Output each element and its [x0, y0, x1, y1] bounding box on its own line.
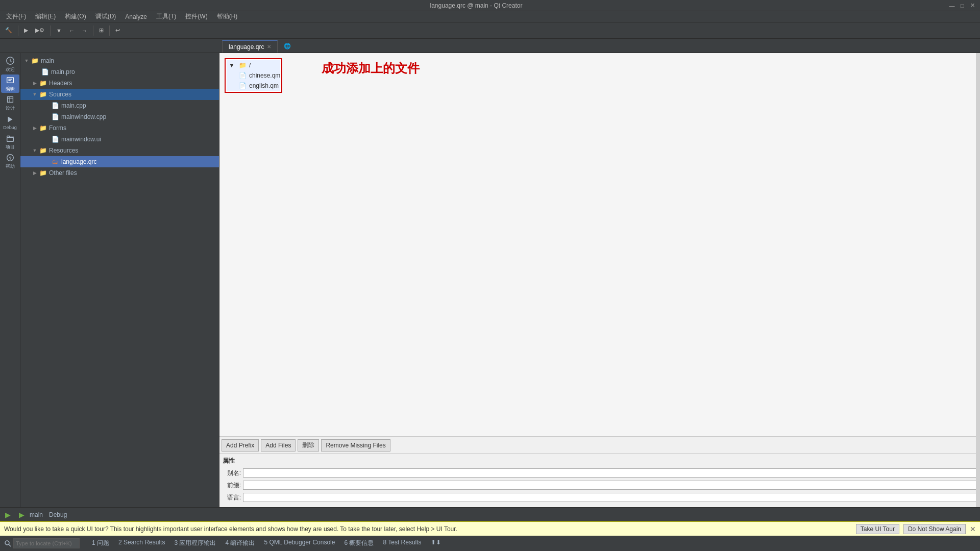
- tree-label-headers: Headers: [49, 80, 72, 87]
- debug-label: Debug: [3, 125, 17, 130]
- menu-analyze[interactable]: Analyze: [121, 12, 151, 21]
- status-tab-qml[interactable]: 5 QML Debugger Console: [260, 538, 339, 548]
- folder-forms-icon: 📁: [39, 124, 47, 132]
- locate-input[interactable]: [13, 538, 80, 548]
- tree-label-main: main: [41, 57, 54, 64]
- res-tree-chinese-qm[interactable]: 📄 chinese.qm: [227, 70, 280, 81]
- status-arrows[interactable]: ⬆⬇: [427, 538, 445, 548]
- menu-controls[interactable]: 控件(W): [181, 11, 211, 22]
- status-tab-compile[interactable]: 4 编译输出: [221, 538, 259, 548]
- welcome-label: 欢迎: [6, 66, 15, 73]
- arrow-main: ▼: [22, 58, 31, 63]
- take-tour-button[interactable]: Take UI Tour: [856, 524, 899, 534]
- toolbar-sep-4: [109, 26, 110, 36]
- do-not-show-button[interactable]: Do Not Show Again: [903, 524, 966, 534]
- build-target-label: main: [30, 511, 43, 518]
- toolbar-sep-1: [18, 26, 18, 36]
- debug-run-btn[interactable]: ▶⚙: [32, 24, 47, 37]
- file-mainwindow-cpp-icon: 📄: [51, 113, 59, 120]
- res-tree-english-qm[interactable]: 📄 english.qm: [227, 81, 280, 91]
- alias-row: 别名:: [223, 467, 977, 479]
- run-btn[interactable]: ▶: [21, 24, 31, 37]
- annotation-text-content: 成功添加上的文件: [322, 61, 420, 75]
- debug-bottom-btn[interactable]: ▶: [16, 508, 28, 521]
- sidebar-item-help[interactable]: ? 帮助: [1, 152, 19, 170]
- tree-item-language-qrc[interactable]: 🗂 language.qrc: [20, 156, 219, 167]
- maximize-button[interactable]: □: [959, 2, 966, 9]
- tour-bar: Would you like to take a quick UI tour? …: [0, 521, 980, 536]
- add-files-button[interactable]: Add Files: [261, 439, 296, 452]
- status-tab-app-output[interactable]: 3 应用程序输出: [170, 538, 220, 548]
- back-btn[interactable]: ←: [66, 24, 78, 37]
- tree-item-sources[interactable]: ▼ 📁 Sources: [20, 89, 219, 100]
- menu-edit[interactable]: 编辑(E): [31, 11, 60, 22]
- tree-item-main-cpp[interactable]: 📄 main.cpp: [20, 100, 219, 111]
- menu-debug[interactable]: 调试(D): [91, 11, 120, 22]
- status-tab-test[interactable]: 8 Test Results: [379, 538, 425, 548]
- tab-close-icon[interactable]: ✕: [267, 44, 271, 49]
- menu-bar: 文件(F) 编辑(E) 构建(O) 调试(D) Analyze 工具(T) 控件…: [0, 11, 980, 22]
- menu-build[interactable]: 构建(O): [61, 11, 90, 22]
- sidebar-item-welcome[interactable]: 欢迎: [1, 55, 19, 73]
- sidebar-item-design[interactable]: 设计: [1, 94, 19, 112]
- build-btn[interactable]: 🔨: [2, 24, 15, 37]
- tree-label-mainwindow-cpp: mainwindow.cpp: [61, 113, 106, 120]
- sidebar-item-debug[interactable]: Debug: [1, 113, 19, 132]
- tree-item-main[interactable]: ▼ 📁 main: [20, 55, 219, 66]
- tree-item-forms[interactable]: ▶ 📁 Forms: [20, 122, 219, 134]
- svg-marker-7: [8, 117, 12, 122]
- add-prefix-button[interactable]: Add Prefix: [222, 439, 259, 452]
- sidebar-item-edit[interactable]: 编辑: [1, 74, 19, 93]
- res-folder-icon: 📁: [239, 62, 247, 69]
- res-file-chinese-icon: 📄: [239, 72, 247, 79]
- menu-tools[interactable]: 工具(T): [152, 11, 180, 22]
- tree-label-mainwindow-ui: mainwindow.ui: [61, 136, 101, 143]
- tree-item-mainwindow-cpp[interactable]: 📄 mainwindow.cpp: [20, 111, 219, 122]
- close-button[interactable]: ✕: [969, 2, 976, 9]
- tree-label-resources: Resources: [49, 147, 78, 154]
- arrow-sources: ▼: [31, 92, 39, 97]
- tree-item-headers[interactable]: ▶ 📁 Headers: [20, 78, 219, 89]
- tour-message: Would you like to take a quick UI tour? …: [4, 525, 852, 533]
- alias-input[interactable]: [243, 468, 977, 478]
- res-file-english-icon: 📄: [239, 82, 247, 89]
- status-tab-issues[interactable]: 1 问题: [88, 538, 113, 548]
- right-handle[interactable]: [976, 53, 980, 507]
- tree-item-resources[interactable]: ▼ 📁 Resources: [20, 145, 219, 156]
- toolbar-sep-3: [93, 26, 93, 36]
- lang-input[interactable]: [243, 493, 977, 502]
- res-label-root: /: [249, 62, 251, 69]
- tree-item-mainwindow-ui[interactable]: 📄 mainwindow.ui: [20, 134, 219, 145]
- tour-close-icon[interactable]: ✕: [970, 525, 976, 533]
- prefix-input[interactable]: [243, 481, 977, 490]
- annotation-popup: ▼ 📁 / 📄 chinese.qm 📄 english.qm: [225, 58, 282, 93]
- file-pro-icon: 📄: [41, 68, 49, 76]
- tab-language-qrc[interactable]: language.qrc ✕: [222, 40, 278, 53]
- delete-button[interactable]: 删除: [298, 439, 319, 452]
- undo-btn[interactable]: ↩: [112, 24, 123, 37]
- remove-missing-button[interactable]: Remove Missing Files: [321, 439, 390, 452]
- tree-item-main-pro[interactable]: 📄 main.pro: [20, 66, 219, 78]
- forward-btn[interactable]: →: [79, 24, 90, 37]
- sidebar-item-projects[interactable]: 项目: [1, 133, 19, 151]
- res-tree-root[interactable]: ▼ 📁 /: [227, 60, 280, 70]
- filter-btn[interactable]: ▼: [53, 24, 65, 37]
- status-tab-general[interactable]: 6 概要信息: [340, 538, 378, 548]
- svg-rect-8: [7, 137, 13, 141]
- menu-file[interactable]: 文件(F): [2, 11, 30, 22]
- tree-label-main-cpp: main.cpp: [61, 102, 86, 109]
- resource-editor: ▼ 📁 / 📄 chinese.qm 📄 english.qm: [219, 53, 980, 507]
- status-tab-search[interactable]: 2 Search Results: [114, 538, 169, 548]
- menu-help[interactable]: 帮助(H): [213, 11, 242, 22]
- tree-item-other-files[interactable]: ▶ 📁 Other files: [20, 167, 219, 179]
- properties-title: 属性: [223, 457, 977, 465]
- arrow-headers: ▶: [31, 81, 39, 86]
- minimize-button[interactable]: —: [948, 2, 955, 9]
- content-area: ▼ 📁 / 📄 chinese.qm 📄 english.qm: [219, 53, 980, 507]
- globe-icon[interactable]: 🌐: [281, 39, 294, 53]
- svg-rect-4: [7, 96, 13, 102]
- svg-rect-1: [7, 77, 13, 83]
- run-bottom-btn[interactable]: ▶: [2, 508, 14, 521]
- split-btn[interactable]: ⊞: [96, 24, 107, 37]
- alias-label: 别名:: [223, 469, 241, 478]
